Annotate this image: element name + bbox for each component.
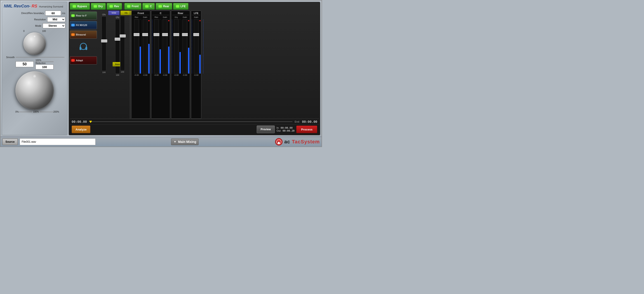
- front-label: Front: [132, 5, 139, 8]
- front-gain-val: -0.00: [143, 74, 148, 76]
- c-rev-knob[interactable]: [154, 33, 160, 36]
- out-label: Out:: [276, 129, 281, 132]
- knob2-high: 200%: [53, 111, 59, 113]
- c-rev-vu: [160, 49, 161, 74]
- reduction-input[interactable]: [36, 65, 54, 69]
- analyze-button[interactable]: Analyze: [72, 126, 90, 133]
- lfe-gain-fader[interactable]: [194, 19, 198, 74]
- front-rev-label: Rev: [135, 16, 138, 19]
- dry-fader-knob[interactable]: [101, 39, 107, 43]
- rev-fader-knob2[interactable]: [120, 34, 126, 38]
- rev-fader-col1: Qlty Base 100: [115, 16, 120, 119]
- rear-gain-meter: [188, 20, 190, 74]
- rear-dry-val: -0.00: [174, 74, 179, 76]
- rev-fader-col2: 100: [120, 16, 125, 119]
- lfe-group-title: LFE: [192, 12, 200, 15]
- mixer-channels: Rear to F Fil 90/120 Binaural: [70, 11, 319, 119]
- rev-fader2[interactable]: [120, 16, 125, 70]
- front-gain-ch: Gain -0.00: [141, 16, 149, 76]
- scale-high: 100: [42, 30, 46, 32]
- dry-indicator: [94, 5, 97, 8]
- adapt-button[interactable]: Adapt: [70, 56, 97, 65]
- c-rev-label: Rev: [154, 16, 158, 19]
- rear-group-title: Rear: [172, 12, 189, 15]
- rev-button[interactable]: Rev: [107, 3, 122, 10]
- rear-gain-knob[interactable]: [182, 33, 188, 36]
- dry-fader[interactable]: [102, 17, 106, 71]
- lfe-gain-vu: [199, 55, 201, 74]
- front-rev-fader[interactable]: [134, 19, 139, 74]
- in-label: In:: [276, 126, 279, 129]
- c-rev-fader[interactable]: [154, 19, 159, 74]
- c-indicator: [145, 5, 148, 8]
- source-button[interactable]: Source: [2, 138, 18, 145]
- large-knob[interactable]: [15, 71, 54, 110]
- resolution-select[interactable]: Mid: [47, 17, 65, 22]
- svg-rect-1: [80, 47, 81, 50]
- rev-channel: Wide Dly Qlty Base 100: [111, 11, 129, 119]
- lfe-gain-knob[interactable]: [193, 33, 200, 36]
- dry-button[interactable]: Dry: [91, 3, 106, 10]
- c-gain-val: -0.00: [163, 74, 168, 76]
- main-window: NML RevCon- RS Humanizing Surround Direc…: [0, 0, 322, 147]
- fil-button[interactable]: Fil 90/120: [70, 21, 97, 29]
- transport-buttons: Analyze Preview In: 00:00.00 Out: 00:: [70, 124, 319, 134]
- rear-dry-knob[interactable]: [173, 33, 180, 36]
- fil-label: Fil 90/120: [76, 24, 87, 27]
- boundary-input[interactable]: [45, 11, 61, 16]
- rear-dry-fader[interactable]: [174, 19, 178, 74]
- smooth-label: Smooth: [6, 56, 15, 59]
- front-gain-vu: [148, 44, 150, 74]
- mode-select[interactable]: Stereo: [43, 23, 65, 28]
- c-gain-vu: [168, 47, 170, 74]
- front-button[interactable]: Front: [124, 3, 142, 10]
- mixing-dropdown[interactable]: ▼ Main Mixing: [171, 138, 198, 145]
- front-gain-knob[interactable]: [142, 33, 148, 36]
- process-button[interactable]: Process: [296, 126, 317, 133]
- mixer-top-row: Bypass Dry Rev Front: [70, 3, 319, 10]
- progress-bar[interactable]: [89, 121, 292, 122]
- app-subtitle: Humanizing Surround: [39, 5, 63, 8]
- front-gain-label: Gain: [143, 16, 147, 19]
- out-row: Out: 00:00.20: [276, 129, 295, 132]
- small-knob[interactable]: [23, 32, 46, 55]
- front-rev-meter: [140, 20, 141, 74]
- rear-gain-ch: Gain -0.00: [181, 16, 189, 76]
- rear-button[interactable]: Rear: [156, 3, 172, 10]
- svg-rect-2: [86, 47, 87, 50]
- app-title-row: NML RevCon- RS Humanizing Surround: [4, 4, 65, 9]
- preview-button[interactable]: Preview: [257, 126, 274, 133]
- source-file-display: File001.wav: [20, 138, 96, 145]
- rear-gain-fader[interactable]: [182, 19, 187, 74]
- c-gain-fader[interactable]: [163, 19, 167, 74]
- c-gain-dashed: [172, 20, 172, 74]
- knob2-low: 0%: [15, 111, 18, 113]
- rear-to-f-button[interactable]: Rear to F: [70, 12, 97, 20]
- front-rev-knob[interactable]: [134, 33, 140, 36]
- binaural-button[interactable]: Binaural: [70, 31, 97, 39]
- rev-fader-knob1[interactable]: [114, 38, 121, 41]
- rear-gain-label: Gain: [182, 16, 187, 19]
- bypass-label: Bypass: [77, 5, 87, 8]
- front-gain-fader[interactable]: [143, 19, 147, 74]
- dry-fader-col: Qlty 100: [102, 13, 106, 119]
- wide-button[interactable]: Wide: [108, 11, 120, 15]
- c-button[interactable]: C: [142, 3, 155, 10]
- mixing-label: Main Mixing: [178, 140, 196, 144]
- in-row: In: 00:00.00: [276, 126, 295, 129]
- mode-label: Mode: [4, 25, 43, 27]
- rev-fader1[interactable]: Base: [115, 19, 120, 74]
- bypass-button[interactable]: Bypass: [70, 3, 90, 10]
- rear-indicator: [159, 5, 162, 8]
- c-gain-knob[interactable]: [162, 33, 168, 36]
- lfe-group: LFE Gain -: [191, 11, 201, 119]
- rear-group: Rear Dry -0.00: [171, 11, 190, 119]
- rear-dry-label: Dry: [175, 16, 178, 19]
- lfe-button[interactable]: LFE: [173, 3, 189, 10]
- right-panel: Bypass Dry Rev Front: [69, 2, 320, 135]
- process-label: Process: [301, 128, 312, 131]
- front-indicator: [127, 5, 130, 8]
- c-gain-ch: Gain -0.00: [161, 16, 169, 76]
- resolution-label: Resolution: [4, 18, 47, 21]
- analyze-label: Analyze: [76, 128, 86, 131]
